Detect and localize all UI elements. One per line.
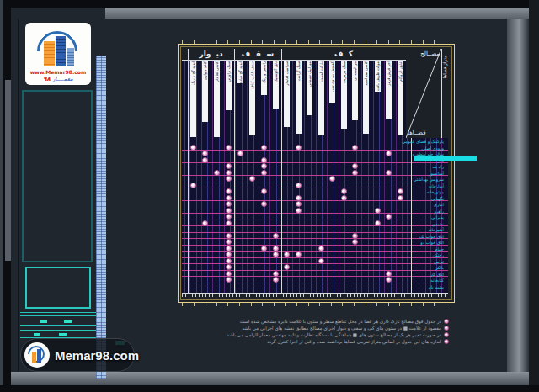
schedule-marker[interactable] (261, 145, 267, 151)
schedule-marker[interactable] (375, 208, 381, 214)
logo-signature-accent: ۹۸ (43, 76, 51, 82)
schedule-marker[interactable] (226, 195, 232, 201)
material-label-bar: سقف کاذب کناف (249, 61, 255, 135)
schedule-marker[interactable] (226, 208, 232, 214)
schedule-marker[interactable] (352, 145, 358, 151)
section-divider (188, 49, 189, 293)
titleblock-text-mark (40, 320, 47, 323)
schedule-marker[interactable] (398, 195, 403, 201)
header-underline (182, 60, 406, 61)
legend-text: در صورت تغییر هر یک از مصالح ستون های ■ … (227, 332, 441, 337)
material-label-text: عایق ایزوگام (398, 61, 403, 82)
schedule-marker[interactable] (226, 277, 232, 283)
material-label-bar: سنگ تراورتن (226, 61, 232, 110)
material-label-bar: کاشی لعابدار (214, 61, 220, 137)
schedule-marker[interactable] (341, 188, 347, 194)
frame-left-gray (5, 80, 11, 261)
logo-building-small-icon (67, 48, 74, 66)
schedule-marker[interactable] (296, 145, 302, 151)
frame-bottom (11, 372, 529, 385)
schedule-marker[interactable] (261, 163, 267, 169)
schedule-marker[interactable] (261, 157, 267, 163)
material-label-text: کاشی لعابدار (214, 61, 220, 82)
schedule-marker[interactable] (226, 201, 232, 207)
schedule-marker[interactable] (261, 201, 267, 207)
titleblock-line (20, 325, 96, 326)
material-label-text: آجر فرش قرمز (386, 61, 392, 86)
material-label-text: سنگ گرانیت (296, 61, 302, 82)
material-label-text: کاشی ضد اسید (363, 61, 369, 86)
schedule-marker[interactable] (273, 271, 279, 277)
schedule-marker[interactable] (226, 214, 232, 220)
schedule-marker[interactable] (226, 246, 232, 252)
schedule-marker[interactable] (249, 176, 255, 182)
schedule-marker[interactable] (352, 233, 358, 239)
schedule-marker[interactable] (226, 252, 232, 257)
schedule-marker[interactable] (214, 170, 220, 176)
schedule-marker[interactable] (226, 170, 232, 176)
schedule-marker[interactable] (261, 170, 267, 176)
schedule-marker[interactable] (237, 151, 243, 156)
material-label-text: اندود گچ ساده (237, 61, 243, 83)
schedule-marker[interactable] (296, 252, 302, 257)
schedule-marker[interactable] (296, 208, 302, 214)
area-strip-label: متراژ فضاها (442, 56, 449, 78)
titleblock-text-mark (34, 333, 40, 336)
grid-bottom-ticks (182, 294, 448, 297)
schedule-marker[interactable] (261, 188, 267, 194)
memar98-watermark[interactable]: Memar98.com (20, 338, 135, 372)
sheet-frame-rect-upper (22, 90, 93, 262)
schedule-marker[interactable] (202, 157, 208, 163)
legend-line: اندازه های این جدول بر اساس متراژ تقریبی… (267, 338, 449, 345)
material-label-bar: پارکت لمینت (318, 61, 324, 135)
material-label-bar: کاغذ دیواری (202, 61, 208, 122)
schedule-marker[interactable] (318, 246, 324, 252)
room-label[interactable]: پشت بام (429, 283, 444, 290)
schedule-marker[interactable] (273, 277, 279, 283)
material-label-text: رابیتس و رنگ (261, 61, 267, 83)
material-label-text: سقف کاذب کناف (249, 61, 255, 89)
schedule-marker[interactable] (352, 170, 358, 176)
schedule-marker[interactable] (261, 246, 267, 252)
frame-top-gray (105, 8, 529, 19)
schedule-marker[interactable] (226, 163, 232, 169)
schedule-marker[interactable] (202, 220, 208, 226)
material-label-bar: رابیتس و رنگ (261, 61, 267, 95)
schedule-marker[interactable] (226, 176, 232, 182)
header-wall: دیــوار (188, 49, 234, 60)
frame-right-dark (529, 0, 539, 392)
schedule-marker[interactable] (296, 183, 302, 188)
schedule-marker[interactable] (341, 195, 347, 201)
schedule-marker[interactable] (226, 233, 232, 239)
schedule-marker[interactable] (226, 145, 232, 151)
schedule-marker[interactable] (226, 188, 232, 194)
frame-bottom-black (0, 385, 539, 392)
schedule-marker[interactable] (226, 220, 232, 226)
table-top-ticks (182, 40, 451, 44)
schedule-marker[interactable] (273, 233, 279, 239)
watermark-brand-text: Memar98.com (55, 348, 139, 363)
material-label-text: بتن لیسه ای (352, 61, 358, 81)
schedule-marker[interactable] (375, 220, 381, 226)
schedule-marker[interactable] (296, 201, 302, 207)
section-divider-ceiling-floor (281, 49, 282, 293)
schedule-marker[interactable] (273, 252, 279, 257)
schedule-marker[interactable] (273, 246, 279, 252)
material-label-text: کاغذ دیواری (202, 61, 208, 80)
schedule-marker[interactable] (226, 271, 232, 277)
schedule-marker[interactable] (226, 264, 232, 270)
material-label-bar: عایق ایزوگام (398, 61, 403, 135)
schedule-marker[interactable] (226, 239, 232, 245)
schedule-marker[interactable] (318, 258, 324, 264)
legend-text: اندازه های این جدول بر اساس متراژ تقریبی… (267, 339, 441, 344)
legend-line: در جدول فوق مصالح نازک کاری هر فضا در مح… (240, 318, 449, 325)
material-label-text: سنگ تراورتن (226, 61, 232, 82)
titleblock-line (20, 312, 96, 313)
titleblock-text-mark (64, 320, 72, 323)
logo-building-blue-icon (56, 36, 66, 66)
schedule-marker[interactable] (226, 258, 232, 264)
schedule-marker[interactable] (296, 195, 302, 201)
material-label-bar: موکت ظریف بافت (375, 61, 381, 92)
material-label-text: موکت ظریف بافت (375, 61, 381, 91)
screenshot-root: www.Memar98.com معمــــار ۹۸ دیــوار ســ… (0, 0, 539, 392)
